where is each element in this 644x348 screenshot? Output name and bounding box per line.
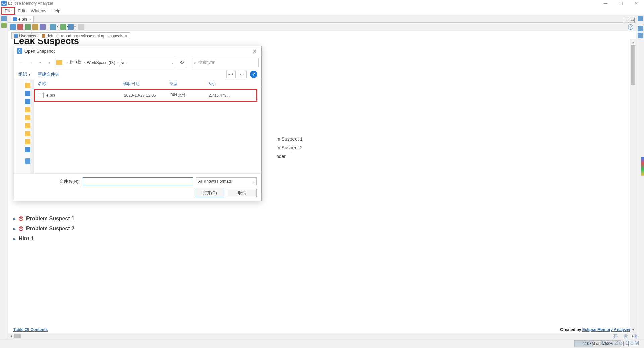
chevron-down-icon: ⌄ xyxy=(252,180,254,183)
file-row[interactable]: e.bin 2020-10-27 12:05 BIN 文件 2,715,479.… xyxy=(35,92,256,98)
menu-file[interactable]: File xyxy=(1,7,15,15)
format-select[interactable]: All Known Formats ⌄ xyxy=(196,177,257,185)
gutter-icon[interactable] xyxy=(638,16,643,21)
report-icon xyxy=(42,34,45,38)
tab-label: e.bin xyxy=(18,17,27,22)
view-mode-button[interactable]: ≡ ▼ xyxy=(226,71,236,78)
info-icon xyxy=(14,34,18,38)
file-list-header: 名称 修改日期 类型 大小 xyxy=(34,80,261,88)
expand-icon[interactable]: ▶ xyxy=(13,217,16,221)
thread-icon[interactable] xyxy=(50,24,56,30)
column-name[interactable]: 名称 xyxy=(38,81,123,87)
horizontal-scrollbar[interactable]: ◂ ▸ xyxy=(8,333,636,339)
scroll-thumb[interactable] xyxy=(14,334,21,338)
nav-up-button[interactable]: ↑ xyxy=(45,59,53,67)
dialog-icon xyxy=(17,48,22,54)
breadcrumb[interactable]: › 此电脑 › WorkSpace (D:) › jvm ⌄ xyxy=(55,58,175,67)
search-input[interactable]: ⌕ 搜索"jvm" xyxy=(192,58,259,67)
close-button[interactable]: ✕ xyxy=(629,0,644,7)
info-icon[interactable] xyxy=(10,24,16,30)
maximize-button[interactable]: ▢ xyxy=(613,0,629,7)
hint-row[interactable]: ▶ Hint 1 xyxy=(13,234,630,244)
preview-pane-button[interactable]: ▭ xyxy=(237,71,247,78)
dialog-close-button[interactable]: ✕ xyxy=(250,48,259,54)
app-icon xyxy=(1,1,7,6)
file-row-highlight: e.bin 2020-10-27 12:05 BIN 文件 2,715,479.… xyxy=(34,89,257,102)
dialog-titlebar: Open Snapshot ✕ xyxy=(14,46,261,56)
run-icon[interactable] xyxy=(60,24,66,30)
scroll-up-icon[interactable]: ▴ xyxy=(630,39,636,45)
editor-tab[interactable]: e.bin ✕ xyxy=(11,16,34,22)
refresh-button[interactable]: ↻ xyxy=(177,58,187,67)
nav-back-button[interactable]: ← xyxy=(17,59,25,67)
organize-button[interactable]: 组织▼ xyxy=(18,71,31,77)
minimize-button[interactable]: — xyxy=(598,0,613,7)
breadcrumb-dropdown-icon[interactable]: ⌄ xyxy=(171,61,174,64)
column-type[interactable]: 类型 xyxy=(169,81,208,87)
dialog-title: Open Snapshot xyxy=(24,49,55,54)
gutter-icon[interactable] xyxy=(1,23,7,28)
expand-icon[interactable]: ▶ xyxy=(13,227,16,231)
filename-input[interactable] xyxy=(83,177,193,185)
toc-link[interactable]: Table Of Contents xyxy=(13,327,48,332)
oql-icon[interactable] xyxy=(40,24,46,30)
menu-window[interactable]: Window xyxy=(28,8,49,14)
inner-tabs: Overview default_report org.eclipse.mat.… xyxy=(11,31,636,39)
tab-close-icon[interactable]: ✕ xyxy=(29,18,31,21)
breadcrumb-item[interactable]: 此电脑 xyxy=(69,60,82,65)
statusbar: 1108M of 2752M xyxy=(0,339,644,348)
new-folder-button[interactable]: 新建文件夹 xyxy=(38,71,59,77)
toolbar: ? xyxy=(8,23,636,31)
created-by-link[interactable]: Eclipse Memory Analyzer xyxy=(582,327,631,332)
sidebar-scrollbar[interactable] xyxy=(30,80,34,173)
file-list: 名称 修改日期 类型 大小 e.bin 2020-10-27 12:05 BIN… xyxy=(34,80,261,173)
scroll-down-icon[interactable]: ▾ xyxy=(630,327,636,333)
dialog-body: 名称 修改日期 类型 大小 e.bin 2020-10-27 12:05 BIN… xyxy=(14,80,261,173)
open-button[interactable]: 打开(O) xyxy=(196,189,224,197)
file-icon xyxy=(13,17,17,21)
help-button[interactable]: ? xyxy=(250,71,257,78)
menu-help[interactable]: Help xyxy=(49,8,63,14)
scroll-left-icon[interactable]: ◂ xyxy=(8,333,14,339)
suspect-row[interactable]: ▶ Problem Suspect 1 xyxy=(13,214,630,224)
window-title: Eclipse Memory Analyzer xyxy=(8,1,53,6)
tree-icon[interactable] xyxy=(25,24,31,30)
search-icon: ⌕ xyxy=(194,60,196,65)
dialog-sidebar xyxy=(14,80,34,173)
column-size[interactable]: 大小 xyxy=(208,81,238,87)
menu-edit[interactable]: Edit xyxy=(15,8,28,14)
query-icon[interactable] xyxy=(68,24,74,30)
scroll-thumb[interactable] xyxy=(631,45,635,85)
breadcrumb-item[interactable]: WorkSpace (D:) xyxy=(87,60,115,65)
tab-report[interactable]: default_report org.eclipse.mat.api:suspe… xyxy=(39,32,130,39)
hint-label: Hint 1 xyxy=(19,236,34,242)
nav-recent-button[interactable]: ▾ xyxy=(36,59,44,67)
suspect-row[interactable]: ▶ Problem Suspect 2 xyxy=(13,224,630,234)
vertical-scrollbar[interactable]: ▴ ▾ xyxy=(630,39,636,333)
breadcrumb-item[interactable]: jvm xyxy=(120,60,127,65)
error-icon xyxy=(19,226,23,231)
column-date[interactable]: 修改日期 xyxy=(123,81,169,87)
open-snapshot-dialog: Open Snapshot ✕ ← → ▾ ↑ › 此电脑 › WorkSpac… xyxy=(14,46,262,201)
right-gutter xyxy=(636,15,644,339)
memory-label: 1108M of 2752M xyxy=(583,341,613,346)
tab-close-icon[interactable]: ✕ xyxy=(125,34,127,38)
search-icon[interactable] xyxy=(78,24,84,30)
help-icon[interactable]: ? xyxy=(628,24,633,30)
gutter-icon[interactable] xyxy=(638,26,643,31)
menubar: File Edit Window Help xyxy=(0,7,644,15)
dominator-icon[interactable] xyxy=(32,24,38,30)
cancel-button[interactable]: 取消 xyxy=(228,189,257,197)
expand-icon[interactable]: ▶ xyxy=(13,237,16,241)
tab-label: Overview xyxy=(19,33,36,38)
folder-icon xyxy=(56,60,62,65)
dialog-toolbar: 组织▼ 新建文件夹 ≡ ▼ ▭ ? xyxy=(14,69,261,80)
gutter-icon[interactable] xyxy=(1,16,7,21)
gutter-icon[interactable] xyxy=(638,33,643,38)
suspect-label: Problem Suspect 2 xyxy=(26,226,74,232)
tab-overview[interactable]: Overview xyxy=(11,32,39,39)
view-maximize-icon[interactable]: ▭ xyxy=(630,18,635,22)
nav-forward-button[interactable]: → xyxy=(26,59,35,67)
histogram-icon[interactable] xyxy=(17,24,23,30)
view-minimize-icon[interactable]: — xyxy=(625,18,629,22)
